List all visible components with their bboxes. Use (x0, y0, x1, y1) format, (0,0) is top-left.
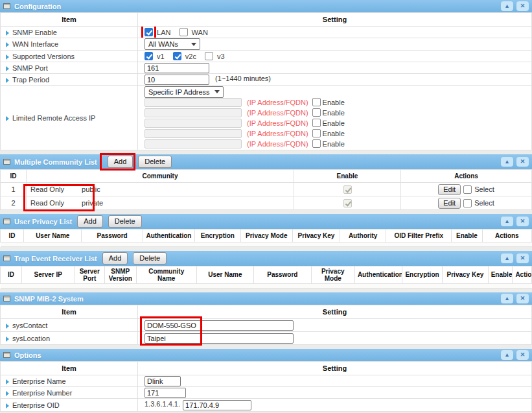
section-header-trap: Trap Event Receiver List Add Delete ▴ ✕ (0, 251, 532, 266)
syslocation-input[interactable] (145, 333, 294, 344)
column-header: ID (1, 230, 24, 242)
remote-ip-input-1[interactable] (145, 98, 242, 107)
community-enable-checkbox (343, 199, 352, 207)
remote-ip-input-4[interactable] (145, 129, 242, 138)
column-header: OID Filter Prefix (386, 230, 452, 242)
remote-ip-row: (IP Address/FQDN) Enable (145, 97, 529, 107)
remote-ip-enable-checkbox-1[interactable] (312, 98, 321, 106)
bullet-icon (6, 54, 9, 60)
bullet-icon (6, 116, 9, 121)
table-header-row: Item Setting (1, 13, 532, 27)
table-row-trap-period: Trap Period (1~1440 minutes) (1, 74, 532, 86)
ip-hint: (IP Address/FQDN) (247, 109, 308, 117)
column-header: Community (27, 170, 294, 183)
remote-ip-input-5[interactable] (145, 139, 242, 148)
select-checkbox[interactable] (463, 199, 472, 207)
column-header: ID (1, 170, 27, 183)
trap-add-button[interactable]: Add (102, 252, 128, 265)
ip-hint: (IP Address/FQDN) (247, 130, 308, 137)
section-header-mib2: SNMP MIB-2 System ▴ ✕ (0, 292, 532, 305)
wan-checkbox-label: WAN (192, 29, 208, 36)
close-icon[interactable]: ✕ (516, 350, 529, 360)
column-header: Password (82, 230, 143, 242)
column-header: Authentication (143, 230, 194, 242)
table-row-syslocation: sysLocation (1, 332, 532, 345)
close-icon[interactable]: ✕ (516, 254, 529, 263)
close-icon[interactable]: ✕ (516, 294, 529, 303)
collapse-icon[interactable]: ▴ (501, 157, 513, 167)
community-delete-button[interactable]: Delete (138, 156, 172, 168)
enable-label: Enable (323, 99, 345, 106)
wan-interface-select[interactable]: All WANs (145, 38, 200, 50)
table-row-snmp-enable: SNMP Enable LAN WAN (1, 27, 532, 38)
column-header-item: Item (1, 362, 138, 375)
close-icon[interactable]: ✕ (516, 157, 529, 167)
version-v1-checkbox[interactable] (145, 52, 153, 60)
table-header-row: ID User Name Password Authentication Enc… (1, 230, 532, 242)
remote-ip-input-2[interactable] (145, 108, 242, 117)
column-header: SNMP Version (104, 266, 136, 284)
table-row-limited-remote-access: Limited Remote Access IP Specific IP Add… (1, 86, 532, 150)
enable-label: Enable (323, 140, 345, 148)
privacy-add-button[interactable]: Add (77, 215, 103, 228)
section-title-privacy: User Privacy List (14, 218, 72, 226)
column-header: Encryption (402, 266, 442, 284)
collapse-icon[interactable]: ▴ (501, 217, 513, 226)
remote-ip-row: (IP Address/FQDN) Enable (145, 139, 529, 148)
window-controls: ▴ ✕ (501, 1, 529, 11)
remote-access-mode-select[interactable]: Specific IP Address (145, 86, 224, 98)
snmp-settings-page: Configuration ▴ ✕ Item Setting SNMP Enab… (0, 0, 532, 413)
ip-hint: (IP Address/FQDN) (247, 119, 308, 127)
table-header-row: ID Community Enable Actions (1, 170, 532, 183)
community-table: ID Community Enable Actions 1 Read Only … (0, 169, 532, 210)
remote-ip-enable-checkbox-2[interactable] (312, 108, 321, 117)
column-header: Server Port (75, 266, 104, 284)
community-add-button[interactable]: Add (108, 156, 133, 168)
edit-button[interactable]: Edit (438, 198, 461, 209)
edit-button[interactable]: Edit (438, 184, 461, 195)
window-controls: ▴ ✕ (501, 157, 529, 167)
enterprise-number-input[interactable] (145, 388, 186, 398)
trap-period-input[interactable] (145, 75, 209, 85)
empty-row (1, 284, 532, 289)
row-label: WAN Interface (12, 40, 58, 48)
remote-ip-enable-checkbox-5[interactable] (312, 139, 321, 148)
bullet-icon (6, 324, 9, 329)
syscontact-input[interactable] (145, 320, 294, 331)
section-header-options: Options ▴ ✕ (0, 349, 532, 361)
v1-label: v1 (157, 53, 165, 60)
bullet-icon (6, 42, 9, 47)
table-row-enterprise-number: Enterprise Number (1, 387, 532, 399)
select-checkbox[interactable] (463, 185, 472, 194)
window-icon (3, 255, 10, 261)
privacy-delete-button[interactable]: Delete (108, 215, 142, 228)
row-label: SNMP Enable (12, 29, 57, 36)
select-label: Select (474, 185, 494, 193)
ip-hint: (IP Address/FQDN) (247, 99, 308, 106)
version-v2c-checkbox[interactable] (173, 52, 181, 60)
collapse-icon[interactable]: ▴ (501, 350, 513, 360)
collapse-icon[interactable]: ▴ (501, 294, 513, 303)
enterprise-oid-input[interactable] (183, 400, 251, 410)
row-label: sysLocation (12, 335, 50, 342)
mib2-table: Item Setting sysContact sysLocation (0, 305, 532, 345)
remote-ip-enable-checkbox-4[interactable] (312, 129, 321, 137)
window-icon (3, 296, 10, 301)
version-v3-checkbox[interactable] (205, 52, 213, 60)
options-table: Item Setting Enterprise Name Enterprise … (0, 361, 532, 412)
snmp-enable-lan-checkbox[interactable] (145, 28, 153, 36)
column-header: Privacy Key (292, 230, 340, 242)
close-icon[interactable]: ✕ (516, 1, 529, 11)
close-icon[interactable]: ✕ (516, 217, 529, 226)
row-label: Enterprise OID (12, 401, 60, 409)
table-row-enterprise-oid: Enterprise OID 1.3.6.1.4.1. (1, 399, 532, 412)
trap-delete-button[interactable]: Delete (133, 252, 167, 265)
snmp-enable-wan-checkbox[interactable] (179, 28, 188, 36)
remote-ip-enable-checkbox-3[interactable] (312, 119, 321, 127)
v3-label: v3 (217, 53, 225, 60)
snmp-port-input[interactable] (145, 63, 209, 73)
collapse-icon[interactable]: ▴ (501, 254, 513, 263)
collapse-icon[interactable]: ▴ (501, 1, 513, 11)
enterprise-name-input[interactable] (145, 376, 181, 386)
remote-ip-input-3[interactable] (145, 119, 242, 128)
